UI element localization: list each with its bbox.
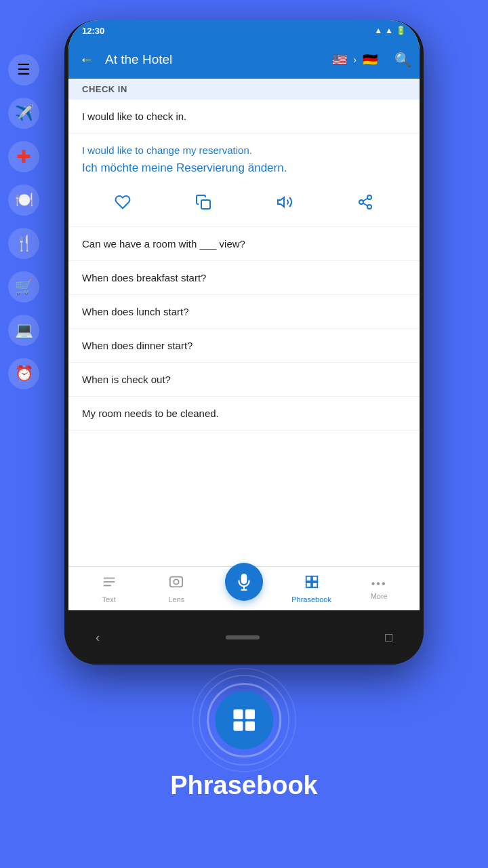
phrase-row[interactable]: When does dinner start? [68, 329, 420, 363]
nav-label-more: More [371, 592, 388, 600]
phrase-text: When does dinner start? [82, 340, 192, 351]
phrase-text: Can we have a room with ___ view? [82, 238, 245, 250]
phrasebook-promo-label: Phrasebook [170, 771, 318, 800]
svg-rect-0 [201, 200, 210, 209]
nav-item-text[interactable]: Text [75, 574, 143, 604]
phrasebook-circle[interactable] [207, 683, 281, 757]
svg-rect-10 [170, 576, 182, 587]
svg-point-4 [367, 205, 371, 209]
svg-rect-16 [306, 582, 310, 587]
svg-rect-17 [312, 582, 317, 587]
phrase-text: When does breakfast start? [82, 272, 206, 283]
sidebar-icon-menu[interactable]: ☰ [8, 54, 39, 85]
nav-label-lens: Lens [168, 595, 184, 604]
phrase-row[interactable]: Can we have a room with ___ view? [68, 227, 420, 261]
copy-button[interactable] [190, 189, 217, 216]
phrase-row[interactable]: When is check out? [68, 363, 420, 397]
flag-arrow: › [353, 54, 357, 65]
phrasebook-nav-icon [304, 574, 319, 593]
source-flag: 🇺🇸 [329, 49, 350, 71]
more-nav-icon: ••• [371, 578, 387, 590]
nav-item-mic[interactable] [210, 576, 278, 601]
phrase-text: When does lunch start? [82, 306, 189, 317]
phrase-row[interactable]: When does breakfast start? [68, 261, 420, 295]
phrase-row[interactable]: When does lunch start? [68, 295, 420, 329]
back-button[interactable]: ← [77, 48, 97, 71]
phrase-text: When is check out? [82, 374, 171, 385]
phrase-row[interactable]: My room needs to be cleaned. [68, 397, 420, 431]
battery-icon: 🔋 [396, 26, 406, 35]
svg-point-3 [359, 200, 363, 204]
phone-screen: 12:30 ▲ ▲ 🔋 ← At the Hotel 🇺🇸 › 🇩🇪 🔍 CHE… [68, 20, 420, 610]
phrase-actions [68, 180, 420, 227]
sidebar: ☰ ✈️ ✚ 🍽️ 🍴 🛒 💻 ⏰ [8, 54, 39, 389]
sidebar-icon-shopping[interactable]: 🛒 [8, 271, 39, 302]
svg-rect-20 [233, 722, 243, 731]
search-icon[interactable]: 🔍 [394, 52, 411, 68]
bottom-nav: Text Lens [68, 566, 420, 610]
nav-label-text: Text [102, 595, 116, 604]
svg-rect-21 [245, 722, 255, 731]
share-button[interactable] [352, 189, 379, 216]
phone-nav-bar: ‹ □ [68, 610, 420, 665]
status-time: 12:30 [82, 26, 104, 36]
phrasebook-inner-button[interactable] [215, 691, 273, 749]
svg-point-2 [367, 195, 371, 199]
svg-point-11 [174, 579, 179, 584]
wifi-icon: ▲ [374, 26, 382, 35]
app-bar-title: At the Hotel [105, 52, 321, 67]
phrase-german-highlight: Ich möchte meine Reservierung ändern. [82, 161, 406, 175]
nav-item-phrasebook[interactable]: Phrasebook [278, 574, 346, 604]
back-gesture[interactable]: ‹ [96, 631, 100, 645]
svg-rect-18 [233, 709, 243, 719]
svg-rect-14 [306, 576, 310, 580]
language-flags[interactable]: 🇺🇸 › 🇩🇪 [329, 49, 381, 71]
sidebar-icon-time[interactable]: ⏰ [8, 358, 39, 389]
status-icons: ▲ ▲ 🔋 [374, 26, 406, 35]
sidebar-icon-dining[interactable]: 🍴 [8, 228, 39, 259]
sidebar-icon-medical[interactable]: ✚ [8, 141, 39, 172]
speaker-button[interactable] [271, 189, 298, 216]
recents-button[interactable]: □ [385, 631, 392, 645]
section-header: CHECK IN [68, 79, 420, 100]
phrase-text: My room needs to be cleaned. [82, 408, 219, 419]
svg-line-5 [363, 203, 368, 206]
text-nav-icon [102, 574, 117, 593]
signal-icon: ▲ [385, 26, 393, 35]
phrase-row[interactable]: I would like to check in. [68, 100, 420, 134]
nav-label-phrasebook: Phrasebook [291, 595, 331, 604]
svg-rect-15 [312, 576, 317, 580]
sidebar-icon-tech[interactable]: 💻 [8, 315, 39, 346]
phrasebook-promo: Phrasebook [170, 683, 318, 800]
svg-marker-1 [278, 197, 284, 207]
app-bar: ← At the Hotel 🇺🇸 › 🇩🇪 🔍 [68, 41, 420, 79]
sidebar-icon-travel[interactable]: ✈️ [8, 98, 39, 129]
home-indicator[interactable] [226, 635, 260, 639]
nav-item-lens[interactable]: Lens [143, 574, 211, 604]
status-bar: 12:30 ▲ ▲ 🔋 [68, 20, 420, 41]
android-nav: ‹ □ [68, 631, 420, 645]
phrase-text: I would like to check in. [82, 111, 186, 122]
phrase-english-highlight: I would like to change my reservation. [82, 144, 406, 156]
sidebar-icon-food[interactable]: 🍽️ [8, 184, 39, 216]
phone-frame: 12:30 ▲ ▲ 🔋 ← At the Hotel 🇺🇸 › 🇩🇪 🔍 CHE… [64, 20, 424, 665]
content-area: CHECK IN I would like to check in. I wou… [68, 79, 420, 566]
nav-item-more[interactable]: ••• More [345, 578, 413, 600]
heart-button[interactable] [109, 189, 136, 216]
lens-nav-icon [169, 574, 184, 593]
mic-button[interactable] [225, 563, 263, 601]
svg-line-6 [363, 199, 368, 201]
phrase-row-highlighted[interactable]: I would like to change my reservation. I… [68, 134, 420, 180]
target-flag: 🇩🇪 [359, 49, 381, 71]
svg-rect-19 [245, 709, 255, 719]
